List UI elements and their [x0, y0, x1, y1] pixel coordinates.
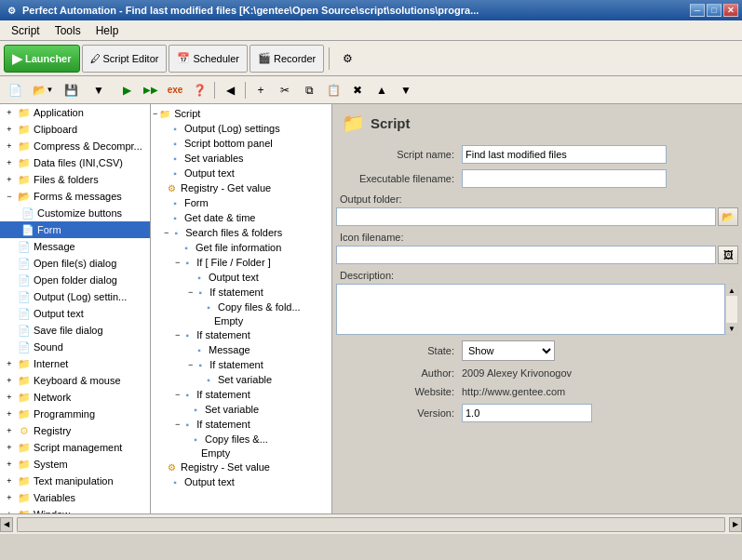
expand-keyboard[interactable]: +: [2, 373, 17, 388]
tree-item-forms[interactable]: − 📂 Forms & messages: [0, 188, 150, 205]
script-if-statement-5[interactable]: − ▪ If statement: [151, 417, 331, 432]
delete-button[interactable]: ✖: [346, 80, 369, 100]
exe-button[interactable]: exe: [164, 80, 186, 100]
scroll-left-button[interactable]: ◀: [0, 517, 13, 532]
expand-scriptmgmt[interactable]: +: [2, 440, 17, 455]
menu-help[interactable]: Help: [88, 22, 127, 39]
tree-item-scriptmgmt[interactable]: + 📁 Script management: [0, 439, 150, 456]
expand-window[interactable]: +: [2, 507, 17, 513]
cut-button[interactable]: ✂: [274, 80, 296, 100]
help-button-tb[interactable]: ❓: [188, 80, 210, 100]
script-name-input[interactable]: [462, 145, 667, 164]
expand-clipboard[interactable]: +: [2, 122, 17, 137]
launcher-button[interactable]: ▶ Launcher: [4, 45, 80, 73]
script-if-statement-2[interactable]: − ▪ If statement: [151, 327, 331, 342]
left-tree-scroll[interactable]: + 📁 Application + 📁 Clipboard + 📁 Compre…: [0, 104, 150, 513]
expand-system[interactable]: +: [2, 457, 17, 472]
settings-button[interactable]: ⚙: [334, 46, 360, 72]
script-get-date[interactable]: ▪ Get date & time: [151, 210, 331, 225]
tree-item-application[interactable]: + 📁 Application: [0, 104, 150, 121]
run-icon-button[interactable]: ▶▶: [140, 80, 162, 100]
tree-item-sound[interactable]: 📄 Sound: [0, 339, 150, 355]
tree-item-datafiles[interactable]: + 📁 Data files (INI,CSV): [0, 154, 150, 171]
script-tree-scroll[interactable]: − 📁 Script ▪ Output (Log) settings ▪ Scr…: [151, 104, 331, 513]
scrollbar-down[interactable]: ▼: [726, 323, 737, 334]
script-registry-get[interactable]: ⚙ Registry - Get value: [151, 180, 331, 195]
expand-variables[interactable]: +: [2, 490, 17, 505]
tree-item-compress[interactable]: + 📁 Compress & Decompr...: [0, 138, 150, 154]
tree-item-variables[interactable]: + 📁 Variables: [0, 489, 150, 506]
tree-item-system[interactable]: + 📁 System: [0, 456, 150, 473]
close-button[interactable]: ✕: [723, 4, 738, 17]
tree-item-programming[interactable]: + 📁 Programming: [0, 406, 150, 422]
tree-item-clipboard[interactable]: + 📁 Clipboard: [0, 121, 150, 138]
add-item-button[interactable]: +: [250, 80, 272, 100]
script-root[interactable]: − 📁 Script: [151, 106, 331, 121]
move-up-button[interactable]: ▲: [371, 80, 393, 100]
output-folder-input[interactable]: [336, 207, 716, 226]
expand-registry[interactable]: +: [2, 423, 17, 438]
menu-script[interactable]: Script: [4, 22, 47, 39]
state-select[interactable]: Show Hide Minimize: [462, 340, 555, 361]
script-copy-files-2[interactable]: ▪ Copy files &...: [151, 432, 331, 447]
scroll-right-button[interactable]: ▶: [729, 517, 742, 532]
copy-button[interactable]: ⧉: [298, 80, 320, 100]
new-button[interactable]: 📄: [4, 80, 26, 100]
script-if-statement-4[interactable]: − ▪ If statement: [151, 387, 331, 402]
tree-item-textmanip[interactable]: + 📁 Text manipulation: [0, 473, 150, 489]
paste-button[interactable]: 📋: [322, 80, 344, 100]
tree-item-internet[interactable]: + 📁 Internet: [0, 355, 150, 372]
expand-filesfolders[interactable]: +: [2, 172, 17, 187]
tree-item-keyboard[interactable]: + 📁 Keyboard & mouse: [0, 372, 150, 389]
expand-forms[interactable]: −: [2, 189, 17, 204]
description-textarea[interactable]: [336, 284, 725, 335]
script-get-file-info[interactable]: ▪ Get file information: [151, 240, 331, 255]
script-empty-2[interactable]: Empty: [151, 447, 331, 460]
script-if-file-folder[interactable]: − ▪ If [ File / Folder ]: [151, 255, 331, 270]
script-form[interactable]: ▪ Form: [151, 195, 331, 210]
script-set-variables[interactable]: ▪ Set variables: [151, 151, 331, 166]
script-output-text-2[interactable]: ▪ Output text: [151, 270, 331, 285]
tree-item-form[interactable]: 📄 Form: [0, 221, 150, 238]
script-message[interactable]: ▪ Message: [151, 342, 331, 357]
script-editor-button[interactable]: 🖊 Script Editor: [82, 45, 168, 73]
tree-item-registry[interactable]: + ⚙ Registry: [0, 422, 150, 439]
tree-item-window[interactable]: + 📁 Window: [0, 506, 150, 513]
script-bottom-panel[interactable]: ▪ Script bottom panel: [151, 136, 331, 151]
exec-filename-input[interactable]: [462, 169, 667, 188]
version-input[interactable]: [462, 404, 592, 422]
script-copy-files-1[interactable]: ▪ Copy files & fold...: [151, 300, 331, 314]
run-button[interactable]: ▶: [115, 80, 138, 100]
tree-item-openfile[interactable]: 📄 Open file(s) dialog: [0, 255, 150, 272]
script-empty-1[interactable]: Empty: [151, 314, 331, 327]
script-registry-set[interactable]: ⚙ Registry - Set value: [151, 460, 331, 474]
menu-tools[interactable]: Tools: [47, 22, 88, 39]
horizontal-scrollbar[interactable]: [17, 517, 725, 532]
tree-item-customize[interactable]: 📄 Customize buttons: [0, 205, 150, 221]
script-if-statement-1[interactable]: − ▪ If statement: [151, 285, 331, 300]
tree-item-filesfolders[interactable]: + 📁 Files & folders: [0, 171, 150, 188]
icon-filename-input[interactable]: [336, 246, 716, 264]
script-set-variable-1[interactable]: ▪ Set variable: [151, 372, 331, 387]
script-output-text[interactable]: ▪ Output text: [151, 166, 331, 180]
expand-application[interactable]: +: [2, 105, 17, 120]
tree-item-openfolder[interactable]: 📄 Open folder dialog: [0, 272, 150, 288]
tree-item-network[interactable]: + 📁 Network: [0, 389, 150, 406]
tree-item-savefiledialog[interactable]: 📄 Save file dialog: [0, 322, 150, 339]
maximize-button[interactable]: □: [707, 4, 722, 17]
move-down-button[interactable]: ▼: [395, 80, 417, 100]
script-output-text-last[interactable]: ▪ Output text: [151, 474, 331, 489]
script-set-variable-2[interactable]: ▪ Set variable: [151, 402, 331, 417]
tree-item-output-text[interactable]: 📄 Output text: [0, 305, 150, 322]
tree-item-output-log[interactable]: 📄 Output (Log) settin...: [0, 288, 150, 305]
output-folder-browse-button[interactable]: 📂: [718, 207, 738, 226]
save-button-tb[interactable]: 💾: [60, 80, 82, 100]
open-dropdown-button[interactable]: 📂 ▼: [28, 80, 58, 100]
scheduler-button[interactable]: 📅 Scheduler: [169, 45, 248, 73]
icon-filename-browse-button[interactable]: 🖼: [718, 246, 738, 264]
expand-datafiles[interactable]: +: [2, 155, 17, 170]
script-if-statement-3[interactable]: − ▪ If statement: [151, 357, 331, 372]
expand-programming[interactable]: +: [2, 407, 17, 421]
expand-compress[interactable]: +: [2, 139, 17, 153]
script-search-files[interactable]: − ▪ Search files & folders: [151, 225, 331, 240]
